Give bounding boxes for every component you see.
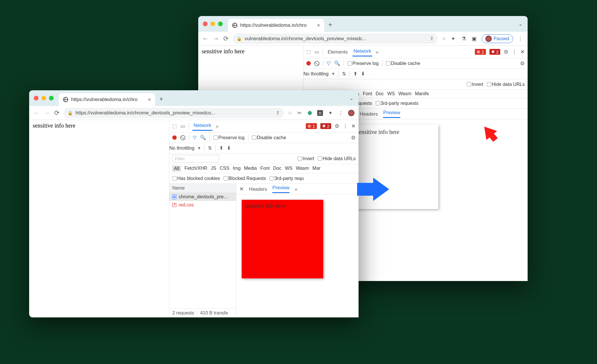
close-devtools-icon[interactable]: ✕ [351, 123, 356, 129]
error-badge[interactable]: ⊗ 2 [475, 49, 486, 55]
device-icon[interactable]: ▭ [315, 49, 319, 55]
rtype[interactable]: Wasm [296, 166, 309, 172]
browser-tab[interactable]: https://vulnerabledoma.in/chro × [228, 19, 324, 32]
more-tabs-icon[interactable]: » [216, 123, 219, 129]
rtype[interactable]: Mar [312, 166, 321, 172]
record-icon[interactable] [306, 61, 311, 66]
rtype[interactable]: Font [363, 91, 372, 96]
download-icon[interactable]: ⬇ [227, 145, 231, 151]
extensions-icon[interactable]: ✦ [450, 36, 456, 42]
tab-headers[interactable]: Headers [360, 111, 378, 117]
minimize-window[interactable] [41, 96, 46, 100]
extensions-icon[interactable]: ✦ [327, 110, 333, 116]
third-party-check[interactable]: 3rd-party requ [270, 176, 304, 181]
kebab-icon[interactable]: ⋮ [343, 123, 348, 129]
request-row[interactable]: chrome_devtools_pre... [169, 193, 236, 201]
third-party-check[interactable]: 3rd-party requests [376, 101, 419, 106]
close-preview-icon[interactable]: ✕ [239, 186, 244, 192]
inspect-icon[interactable]: ⬚ [306, 49, 311, 55]
star-icon[interactable]: ☆ [288, 110, 292, 116]
address-field[interactable]: 🔒 vulnerabledoma.in/chrome_devtools_prev… [233, 33, 438, 44]
wifi-icon[interactable]: ⇅ [342, 71, 346, 77]
disable-cache[interactable]: Disable cache [386, 61, 420, 66]
invert-check[interactable]: Invert [298, 156, 314, 161]
rtype[interactable]: CSS [220, 166, 229, 172]
rtype[interactable]: Doc [273, 166, 281, 172]
device-icon[interactable]: ▭ [180, 123, 185, 129]
rtype[interactable]: Manife [415, 91, 429, 96]
filter-icon[interactable]: ▽ [327, 60, 331, 66]
throttling-select[interactable]: No throttling [169, 146, 194, 151]
network-gear-icon[interactable]: ⚙ [520, 60, 525, 67]
search-icon[interactable]: 🔍 [334, 60, 340, 66]
disable-cache[interactable]: Disable cache [252, 135, 286, 140]
address-field[interactable]: 🔒 https://vulnerabledoma.in/chrome_devto… [64, 108, 284, 118]
upload-icon[interactable]: ⬆ [219, 145, 223, 151]
tab-network[interactable]: Network [352, 47, 373, 56]
flask-icon[interactable]: ⚗ [461, 36, 467, 42]
close-window[interactable] [203, 22, 208, 26]
kebab-icon[interactable]: ⋮ [512, 49, 517, 55]
avatar-icon[interactable] [348, 110, 354, 116]
preserve-log[interactable]: Preserve log [347, 61, 379, 66]
minimize-window[interactable] [210, 22, 215, 26]
download-icon[interactable]: ⬇ [361, 71, 365, 77]
rtype[interactable]: Img [233, 166, 241, 172]
tabs-menu-chevron-icon[interactable]: ⌄ [350, 96, 353, 101]
record-icon[interactable] [172, 135, 177, 140]
filter-icon[interactable]: ▽ [193, 135, 196, 141]
name-header[interactable]: Name [169, 184, 236, 193]
tab-elements[interactable]: Elements [326, 48, 349, 56]
back-icon[interactable]: ← [202, 35, 209, 43]
rtype[interactable]: Wasm [398, 91, 412, 96]
scissors-icon[interactable]: ✂ [296, 110, 303, 116]
forward-icon[interactable]: → [213, 35, 219, 43]
clear-icon[interactable] [180, 135, 185, 140]
ext-n-icon[interactable]: n [317, 110, 323, 116]
share-icon[interactable]: ⇪ [276, 110, 280, 116]
back-icon[interactable]: ← [33, 109, 40, 117]
more-tabs-icon[interactable]: » [295, 186, 297, 192]
reload-icon[interactable]: ⟳ [223, 35, 229, 43]
tab-preview[interactable]: Preview [383, 110, 400, 118]
share-icon[interactable]: ⇪ [430, 36, 434, 42]
blocked-requests-check[interactable]: Blocked Requests [224, 176, 266, 181]
rtype[interactable]: Font [260, 166, 270, 172]
upload-icon[interactable]: ⬆ [353, 71, 357, 77]
preserve-log[interactable]: Preserve log [213, 135, 245, 140]
search-icon[interactable]: 🔍 [200, 135, 206, 141]
rtype[interactable]: JS [211, 166, 216, 172]
kebab-icon[interactable]: ⋮ [338, 110, 344, 116]
rtype[interactable]: Fetch/XHR [185, 166, 207, 172]
panel-icon[interactable]: ▣ [471, 36, 477, 42]
issue-badge[interactable]: ✖ 2 [320, 123, 331, 129]
gear-icon[interactable]: ⚙ [335, 123, 339, 129]
browser-tab[interactable]: https://vulnerabledoma.in/chro × [59, 93, 155, 106]
rtype-all[interactable]: All [172, 166, 181, 172]
network-gear-icon[interactable]: ⚙ [351, 135, 356, 141]
inspect-icon[interactable]: ⬚ [172, 123, 177, 129]
close-tab-icon[interactable]: × [317, 22, 320, 29]
profile-paused[interactable]: Paused [482, 34, 513, 43]
rtype[interactable]: Media [244, 166, 257, 172]
rtype[interactable]: WS [387, 91, 395, 96]
reload-icon[interactable]: ⟳ [54, 109, 59, 117]
menu-icon[interactable]: ⋮ [517, 36, 524, 42]
tab-preview[interactable]: Preview [272, 185, 289, 193]
forward-icon[interactable]: → [44, 109, 50, 117]
maximize-window[interactable] [49, 96, 54, 100]
new-tab-button[interactable]: + [325, 20, 335, 30]
gear-icon[interactable]: ⚙ [504, 49, 508, 55]
tab-network[interactable]: Network [192, 121, 213, 131]
has-blocked-cookies-check[interactable]: Has blocked cookies [172, 176, 220, 181]
close-devtools-icon[interactable]: ✕ [520, 49, 525, 55]
new-tab-button[interactable]: + [156, 94, 166, 104]
hide-data-urls-check[interactable]: Hide data URLs [318, 156, 356, 161]
rtype[interactable]: WS [285, 166, 292, 172]
clear-icon[interactable] [314, 61, 319, 66]
throttling-select[interactable]: No throttling [303, 71, 329, 77]
star-icon[interactable]: ☆ [442, 36, 446, 41]
more-tabs-icon[interactable]: » [376, 49, 378, 55]
close-tab-icon[interactable]: × [148, 97, 151, 103]
ext-green-icon[interactable]: ⬢ [307, 110, 313, 116]
